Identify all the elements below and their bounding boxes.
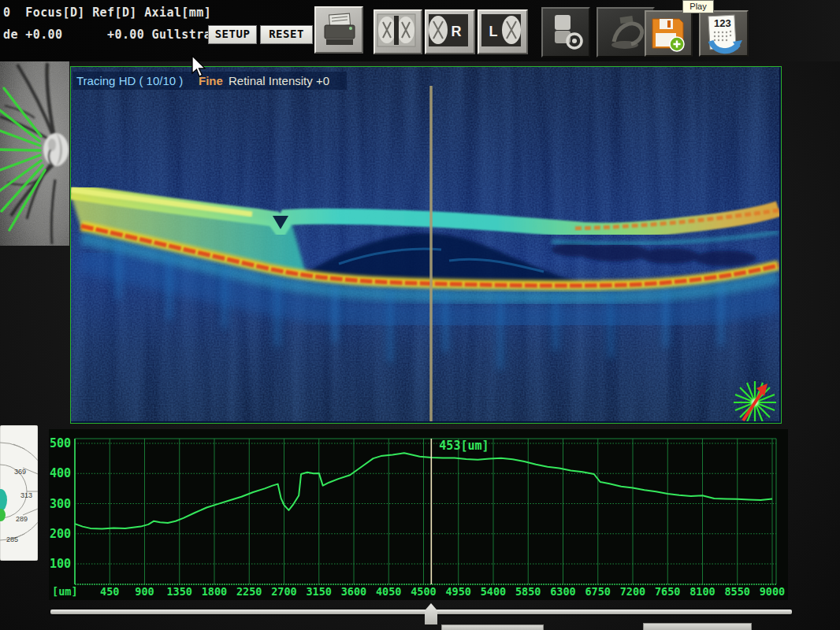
y-tick-label: 200 bbox=[50, 527, 71, 541]
x-tick-label: 4950 bbox=[445, 585, 471, 598]
y-tick-label: 500 bbox=[50, 436, 71, 450]
x-tick-label: 5400 bbox=[481, 585, 507, 598]
x-tick-label: 2700 bbox=[271, 585, 297, 598]
save-button[interactable] bbox=[645, 10, 693, 57]
right-eye-icon: R bbox=[426, 11, 474, 53]
x-tick-label: 7650 bbox=[655, 585, 681, 598]
x-axis-unit-label: [um] bbox=[52, 585, 78, 598]
left-eye-label: L bbox=[489, 24, 498, 39]
bottom-button-partial[interactable] bbox=[643, 623, 752, 630]
x-tick-label: 900 bbox=[135, 585, 154, 598]
oct-bscan-viewport[interactable]: Tracing HD ( 10/10 ) Fine Retinal Intens… bbox=[70, 66, 782, 424]
sector-thickness-map: 369 313 289 285 bbox=[0, 425, 38, 561]
sector-value: 285 bbox=[6, 536, 18, 543]
frame-slider-thumb[interactable] bbox=[425, 603, 437, 624]
save-plus-floppy-icon bbox=[646, 12, 691, 55]
both-eyes-icon bbox=[375, 11, 421, 53]
oct-device-screen: 0 Focus[D] Ref[D] Axial[mm] de +0.00 +0.… bbox=[0, 0, 840, 630]
printer-icon bbox=[316, 8, 362, 52]
x-tick-label: 5850 bbox=[515, 585, 541, 598]
print-button[interactable] bbox=[314, 6, 363, 54]
x-tick-label: 1800 bbox=[202, 585, 228, 598]
thickness-profile-panel: 1002003004005004509001350180022502700315… bbox=[49, 429, 788, 600]
sector-value: 313 bbox=[20, 491, 32, 499]
cursor-value-label: 453[um] bbox=[439, 439, 489, 453]
play-tooltip: Play bbox=[682, 0, 714, 13]
x-tick-label: 8550 bbox=[724, 585, 750, 598]
oct-bscan-image: Tracing HD ( 10/10 ) Fine Retinal Intens… bbox=[71, 67, 779, 421]
export-numbers-button[interactable]: 123 bbox=[699, 10, 749, 57]
x-tick-label: 2250 bbox=[236, 585, 262, 598]
x-tick-label: 3600 bbox=[341, 585, 367, 598]
sector-value: 289 bbox=[16, 515, 28, 523]
export-numbers-icon: 123 bbox=[701, 12, 747, 55]
right-eye-label: R bbox=[452, 24, 462, 39]
x-tick-label: 3150 bbox=[306, 585, 332, 598]
x-tick-label: 4050 bbox=[376, 585, 402, 598]
oct-title-tracing: Tracing HD ( 10/10 ) bbox=[76, 74, 183, 87]
focus-ref-axial-readout: 0 Focus[D] Ref[D] Axial[mm] bbox=[3, 6, 211, 20]
sector-value: 369 bbox=[14, 468, 26, 476]
x-tick-label: 7200 bbox=[620, 585, 646, 598]
setup-button[interactable]: SETUP bbox=[208, 25, 257, 44]
x-tick-label: 4500 bbox=[411, 585, 437, 598]
x-tick-label: 6750 bbox=[585, 585, 611, 598]
thickness-profile-chart: 1002003004005004509001350180022502700315… bbox=[49, 429, 788, 600]
right-eye-button[interactable]: R bbox=[425, 9, 475, 54]
left-eye-icon: L bbox=[479, 11, 526, 53]
reset-button[interactable]: RESET bbox=[260, 25, 313, 44]
capture-device-icon bbox=[543, 9, 589, 56]
both-eyes-button[interactable] bbox=[374, 9, 422, 54]
y-tick-label: 400 bbox=[50, 466, 71, 480]
optic-disc bbox=[43, 133, 69, 166]
oct-title-intensity: Retinal Intensity +0 bbox=[229, 74, 329, 87]
left-eye-button[interactable]: L bbox=[478, 9, 528, 54]
fundus-preview-image bbox=[0, 61, 69, 246]
mouse-cursor bbox=[191, 55, 209, 79]
bottom-button-partial[interactable] bbox=[441, 624, 544, 630]
y-tick-label: 100 bbox=[50, 557, 71, 571]
top-toolbar: 0 Focus[D] Ref[D] Axial[mm] de +0.00 +0.… bbox=[0, 0, 840, 61]
capture-device-button[interactable] bbox=[541, 7, 590, 57]
diopter-gullstrand-readout: de +0.00 +0.00 Gullstrand bbox=[3, 28, 226, 42]
x-tick-label: 450 bbox=[100, 585, 119, 598]
y-tick-label: 300 bbox=[50, 497, 71, 511]
numbers-label: 123 bbox=[714, 17, 731, 29]
x-tick-label: 1350 bbox=[166, 585, 192, 598]
x-tick-label: 6300 bbox=[550, 585, 576, 598]
x-tick-label: 9000 bbox=[760, 585, 786, 598]
frame-slider-track[interactable] bbox=[50, 610, 792, 614]
x-tick-label: 8100 bbox=[689, 585, 715, 598]
